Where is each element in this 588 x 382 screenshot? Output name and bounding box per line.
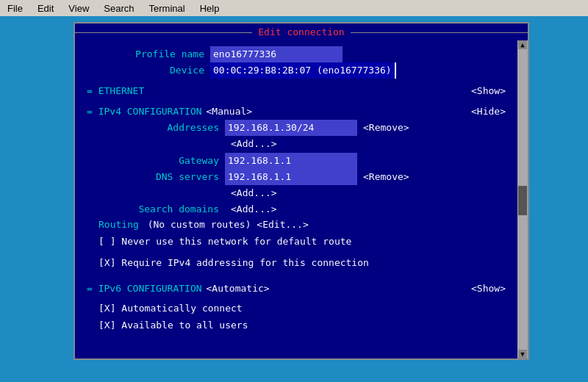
menu-edit[interactable]: Edit bbox=[33, 1, 58, 15]
menu-terminal[interactable]: Terminal bbox=[145, 1, 190, 15]
profile-name-value[interactable]: eno16777336 bbox=[210, 46, 343, 62]
window-title-text: Edit connection bbox=[252, 26, 350, 37]
window-content: Profile name eno16777336 Device 00:0C:29… bbox=[75, 40, 517, 358]
scrollbar-thumb[interactable] bbox=[518, 186, 527, 215]
require-ipv4-text[interactable]: [X] Require IPv4 addressing for this con… bbox=[98, 257, 369, 268]
scrollbar-up[interactable]: ▲ bbox=[518, 40, 527, 49]
ipv4-mode[interactable]: <Manual> bbox=[207, 104, 253, 120]
dns-value[interactable]: 192.168.1.1 bbox=[225, 169, 357, 185]
routing-label: Routing bbox=[98, 219, 139, 230]
window-titlebar: Edit connection bbox=[75, 24, 528, 40]
routing-row: Routing (No custom routes) <Edit...> bbox=[98, 217, 506, 233]
profile-name-label: Profile name bbox=[87, 46, 204, 62]
addresses-label: Addresses bbox=[101, 120, 219, 136]
menu-view[interactable]: View bbox=[64, 1, 93, 15]
profile-name-row: Profile name eno16777336 bbox=[87, 46, 506, 62]
device-value[interactable]: 00:0C:29:B8:2B:07 (eno16777336) bbox=[210, 62, 396, 79]
ethernet-section-row: = ETHERNET <Show> bbox=[87, 83, 506, 99]
addresses-value[interactable]: 192.168.1.30/24 bbox=[225, 120, 357, 136]
ipv4-hide-btn[interactable]: <Hide> bbox=[471, 104, 506, 120]
dns-label: DNS servers bbox=[101, 169, 219, 185]
menu-search[interactable]: Search bbox=[99, 1, 138, 15]
ipv6-mode[interactable]: <Automatic> bbox=[207, 281, 270, 297]
search-domains-label: Search domains bbox=[101, 201, 219, 217]
ipv6-show-btn[interactable]: <Show> bbox=[471, 281, 506, 297]
routing-value[interactable]: (No custom routes) <Edit...> bbox=[148, 219, 309, 230]
gateway-row: Gateway 192.168.1.1 bbox=[101, 153, 506, 169]
ipv4-label: = IPv4 CONFIGURATION bbox=[87, 104, 202, 120]
addresses-remove-btn[interactable]: <Remove> bbox=[363, 120, 409, 136]
gateway-label: Gateway bbox=[101, 153, 219, 169]
require-ipv4-row: [X] Require IPv4 addressing for this con… bbox=[98, 256, 506, 271]
addresses-add-btn[interactable]: <Add...> bbox=[231, 136, 277, 152]
edit-connection-window: Edit connection Profile name eno16777336… bbox=[74, 22, 529, 360]
dns-row: DNS servers 192.168.1.1 <Remove> bbox=[101, 169, 506, 185]
search-domains-add-btn[interactable]: <Add...> bbox=[231, 201, 277, 217]
auto-connect-text[interactable]: [X] Automatically connect bbox=[98, 303, 243, 314]
addresses-row: Addresses 192.168.1.30/24 <Remove> bbox=[101, 120, 506, 136]
never-default-route-text[interactable]: [ ] Never use this network for default r… bbox=[98, 236, 351, 247]
never-default-route-row: [ ] Never use this network for default r… bbox=[98, 234, 506, 250]
scrollbar[interactable]: ▲ ▼ bbox=[517, 40, 528, 358]
available-users-text[interactable]: [X] Available to all users bbox=[98, 320, 248, 331]
dns-add-row: <Add...> bbox=[101, 185, 506, 201]
ethernet-show-btn[interactable]: <Show> bbox=[471, 83, 506, 99]
scrollbar-down[interactable]: ▼ bbox=[518, 350, 527, 358]
menubar: File Edit View Search Terminal Help bbox=[0, 0, 588, 16]
menu-help[interactable]: Help bbox=[196, 1, 224, 15]
ipv4-section-row: = IPv4 CONFIGURATION <Manual> <Hide> bbox=[87, 104, 506, 120]
search-domains-row: Search domains <Add...> bbox=[101, 201, 506, 217]
dns-remove-btn[interactable]: <Remove> bbox=[363, 169, 409, 185]
window-title: Edit connection bbox=[258, 26, 344, 37]
device-label: Device bbox=[87, 62, 204, 79]
ethernet-label: = ETHERNET bbox=[87, 83, 144, 99]
auto-connect-row: [X] Automatically connect bbox=[98, 301, 506, 317]
window-content-wrapper: Profile name eno16777336 Device 00:0C:29… bbox=[75, 40, 528, 358]
ipv6-section-row: = IPv6 CONFIGURATION <Automatic> <Show> bbox=[87, 281, 506, 297]
ipv6-label: = IPv6 CONFIGURATION bbox=[87, 281, 202, 297]
available-users-row: [X] Available to all users bbox=[98, 318, 506, 334]
menu-file[interactable]: File bbox=[3, 1, 27, 15]
addresses-add-row: <Add...> bbox=[101, 136, 506, 152]
device-row: Device 00:0C:29:B8:2B:07 (eno16777336) bbox=[87, 62, 506, 79]
gateway-value[interactable]: 192.168.1.1 bbox=[225, 153, 357, 169]
dns-add-btn[interactable]: <Add...> bbox=[231, 185, 277, 201]
